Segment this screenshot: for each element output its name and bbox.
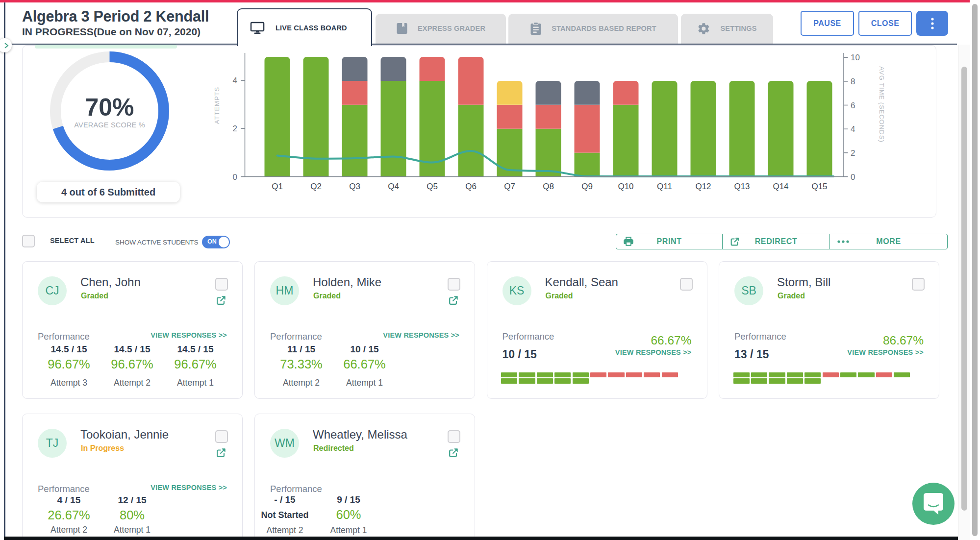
svg-text:Q8: Q8 [543,182,554,191]
svg-text:Q5: Q5 [427,182,438,191]
svg-text:Q6: Q6 [465,182,477,191]
svg-text:8: 8 [851,77,855,86]
svg-text:4: 4 [851,124,855,134]
svg-text:Q13: Q13 [734,182,750,191]
svg-text:2: 2 [233,124,237,133]
svg-text:6: 6 [851,101,855,110]
svg-text:Q15: Q15 [811,182,827,191]
svg-text:2: 2 [851,148,855,158]
svg-text:10: 10 [851,53,860,62]
svg-text:Q9: Q9 [581,182,593,191]
svg-text:Q3: Q3 [349,182,360,191]
svg-text:Q4: Q4 [388,182,399,191]
svg-text:Q10: Q10 [618,182,633,191]
svg-text:Q11: Q11 [657,182,672,191]
svg-text:4: 4 [233,76,237,85]
svg-text:Q7: Q7 [504,182,515,191]
svg-text:ATTEMPTS: ATTEMPTS [213,87,221,124]
svg-text:0: 0 [233,172,237,182]
svg-text:Q14: Q14 [773,182,788,191]
svg-text:Q2: Q2 [310,182,322,191]
svg-text:Q1: Q1 [272,182,283,191]
svg-text:Q12: Q12 [695,182,711,191]
svg-text:0: 0 [851,172,855,182]
svg-text:AVG TIME (SECONDS): AVG TIME (SECONDS) [878,66,885,142]
